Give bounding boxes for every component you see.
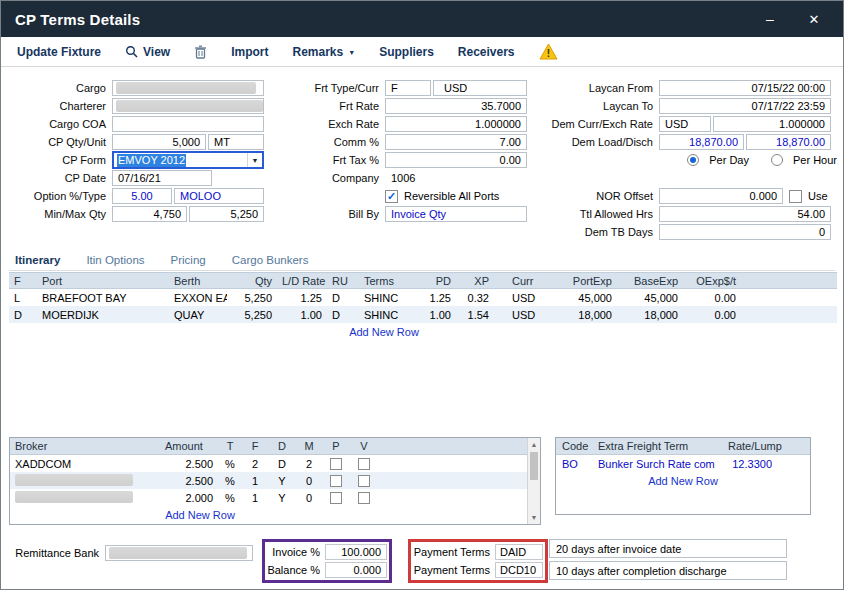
check-icon: ✓ [387, 191, 396, 201]
charterer-field[interactable] [112, 98, 264, 114]
company-field[interactable]: 1006 [385, 170, 527, 186]
scroll-thumb[interactable] [530, 452, 538, 480]
form-column-left: Cargo Charterer Cargo COA CP Qty/Unit 5,… [9, 79, 271, 223]
col-header: L/D Rate [277, 275, 327, 287]
dem-disch-field[interactable]: 18,870.00 [746, 134, 831, 150]
import-button[interactable]: Import [231, 45, 268, 59]
comm-pct-field[interactable]: 7.00 [385, 134, 527, 150]
view-button[interactable]: View [125, 45, 170, 59]
broker-v-checkbox[interactable] [358, 458, 370, 470]
payment-terms-desc-field[interactable]: 20 days after invoice date [549, 539, 787, 558]
col-header: P [322, 440, 350, 452]
remarks-button[interactable]: Remarks▼ [293, 45, 356, 59]
update-fixture-button[interactable]: Update Fixture [17, 45, 101, 59]
option-pct-type-label: Option %/Type [9, 190, 112, 202]
itinerary-row[interactable]: L BRAEFOOT BAY EXXON EA 5,250 1.25 D SHI… [9, 289, 837, 306]
extra-freight-add-new-row-link[interactable]: Add New Row [556, 472, 810, 490]
redacted-value [15, 474, 133, 486]
broker-v-checkbox[interactable] [358, 475, 370, 487]
broker-p-checkbox[interactable] [330, 492, 342, 504]
exch-rate-field[interactable]: 1.000000 [385, 116, 527, 132]
payment-terms-code-field[interactable]: DAID [495, 544, 543, 560]
dem-load-field[interactable]: 18,870.00 [659, 134, 744, 150]
frt-rate-field[interactable]: 35.7000 [385, 98, 527, 114]
balance-pct-label: Balance % [267, 564, 325, 576]
spacer [1, 341, 843, 437]
cargo-field[interactable] [112, 80, 264, 96]
dem-tb-days-label: Dem TB Days [541, 226, 659, 238]
window-title: CP Terms Details [15, 11, 755, 28]
per-day-radio[interactable] [687, 154, 699, 166]
cargo-coa-label: Cargo COA [9, 118, 112, 130]
option-type-field[interactable]: MOLOO [174, 188, 264, 204]
frt-tax-field[interactable]: 0.00 [385, 152, 527, 168]
laycan-from-field[interactable]: 07/15/22 00:00 [659, 80, 831, 96]
cp-qty-field[interactable]: 5,000 [112, 134, 206, 150]
tab-pricing[interactable]: Pricing [171, 254, 206, 266]
cp-unit-field[interactable]: MT [208, 134, 264, 150]
laycan-to-field[interactable]: 07/17/22 23:59 [659, 98, 831, 114]
col-header: PD [411, 275, 456, 287]
ttl-allowed-hrs-field[interactable]: 54.00 [659, 206, 831, 222]
itinerary-header-row: F Port Berth Qty L/D Rate RU Terms PD XP… [9, 272, 837, 289]
col-header: Extra Freight Term [592, 440, 722, 452]
frt-type-field[interactable]: F [385, 80, 431, 96]
cp-date-field[interactable]: 07/16/21 [112, 170, 212, 186]
laycan-to-label: Laycan To [541, 100, 659, 112]
scroll-down-icon[interactable]: ▼ [528, 511, 540, 524]
svg-text:!: ! [546, 48, 549, 59]
remittance-bank-field[interactable] [105, 545, 253, 561]
payment-terms-desc-field[interactable]: 10 days after completion discharge [549, 561, 787, 580]
tab-itinerary[interactable]: Itinerary [15, 254, 60, 266]
col-header: Terms [359, 275, 411, 287]
cargo-coa-field[interactable] [112, 116, 264, 132]
laycan-from-label: Laycan From [541, 82, 659, 94]
frt-curr-field[interactable]: USD [433, 80, 527, 96]
scroll-up-icon[interactable]: ▲ [528, 438, 540, 451]
per-hour-radio[interactable] [771, 154, 783, 166]
col-header: Curr [494, 275, 549, 287]
minimize-button[interactable]: – [755, 7, 785, 31]
dem-exch-rate-field[interactable]: 1.000000 [713, 116, 831, 132]
bottom-strip: Remittance Bank Invoice % 100.000 Balanc… [1, 539, 843, 583]
reversible-all-ports-checkbox[interactable]: ✓ [385, 190, 398, 203]
close-button[interactable]: ✕ [799, 7, 829, 31]
itinerary-table: F Port Berth Qty L/D Rate RU Terms PD XP… [9, 272, 837, 341]
broker-row[interactable]: 2.500 % 1 Y 0 [10, 472, 527, 489]
dem-load-disch-label: Dem Load/Disch [541, 136, 659, 148]
extra-freight-row[interactable]: BO Bunker Surch Rate com 12.3300 [556, 455, 810, 472]
min-qty-field[interactable]: 4,750 [112, 206, 187, 222]
payment-terms-code-field[interactable]: DCD10 [495, 562, 543, 578]
itinerary-row[interactable]: D MOERDIJK QUAY 5,250 1.00 D SHINC 1.00 … [9, 306, 837, 323]
itinerary-add-new-row-link[interactable]: Add New Row [9, 323, 759, 341]
broker-p-checkbox[interactable] [330, 475, 342, 487]
cp-form-combobox[interactable]: EMVOY 2012 ▼ [112, 151, 264, 169]
broker-scrollbar[interactable]: ▲ ▼ [527, 438, 540, 524]
delete-button[interactable] [194, 45, 207, 59]
broker-row[interactable]: 2.000 % 1 Y 0 [10, 489, 527, 506]
nor-use-checkbox[interactable] [789, 190, 802, 203]
dem-tb-days-field[interactable]: 0 [659, 224, 831, 240]
broker-v-checkbox[interactable] [358, 492, 370, 504]
balance-pct-field[interactable]: 0.000 [325, 562, 387, 578]
col-header: Code [556, 440, 592, 452]
charterer-label: Charterer [9, 100, 112, 112]
comm-pct-label: Comm % [271, 136, 385, 148]
nor-offset-field[interactable]: 0.000 [659, 188, 783, 204]
invoice-balance-highlight-box: Invoice % 100.000 Balance % 0.000 [262, 539, 392, 583]
suppliers-button[interactable]: Suppliers [379, 45, 434, 59]
warning-button[interactable]: ! [539, 43, 558, 60]
option-pct-field[interactable]: 5.00 [112, 188, 172, 204]
dem-curr-field[interactable]: USD [659, 116, 711, 132]
broker-add-new-row-link[interactable]: Add New Row [10, 506, 390, 524]
receivers-button[interactable]: Receivers [458, 45, 515, 59]
tab-cargo-bunkers[interactable]: Cargo Bunkers [232, 254, 309, 266]
bill-by-field[interactable]: Invoice Qty [385, 206, 527, 222]
tab-itin-options[interactable]: Itin Options [86, 254, 144, 266]
broker-row[interactable]: XADDCOM 2.500 % 2 D 2 [10, 455, 527, 472]
form-area: Cargo Charterer Cargo COA CP Qty/Unit 5,… [1, 67, 843, 247]
combo-dropdown-icon[interactable]: ▼ [247, 153, 262, 167]
invoice-pct-field[interactable]: 100.000 [325, 544, 387, 560]
broker-p-checkbox[interactable] [330, 458, 342, 470]
max-qty-field[interactable]: 5,250 [189, 206, 264, 222]
